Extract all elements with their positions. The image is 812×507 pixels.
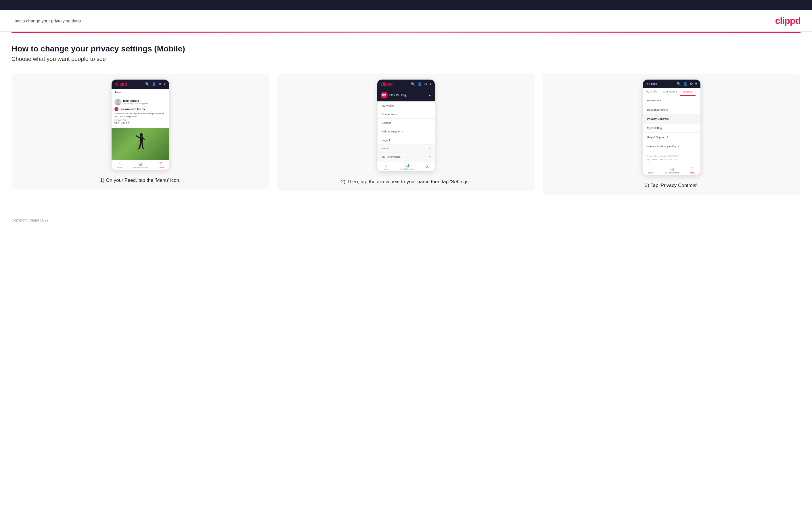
settings-item-golf-bag[interactable]: My Golf Bag › [643,123,701,133]
step-1-phone: clippd 🔍 👤 ⚙ ▾ Feed [111,79,169,170]
home-chevron-down: ▾ [429,147,431,150]
step1-app-icons: 🔍 👤 ⚙ ▾ [145,82,166,86]
user-icon-3: 👤 [683,82,688,86]
step2-app-bar: clippd 🔍 👤 ⚙ ▾ [377,79,435,89]
feed-tab: Feed [111,89,169,96]
close-icon: ✕ [426,165,429,169]
menu-performance-label: My Performance [382,155,401,158]
svg-line-6 [140,142,141,148]
menu-section-performance[interactable]: My Performance ▾ [377,153,435,161]
nav-home-2: ⌂ Home [383,163,389,170]
settings-item-data[interactable]: Data Integrations › [643,105,701,114]
menu-logout-label: Logout [382,138,390,142]
version-line2: SQL Server Version: 2022.7.30-1 [647,158,697,161]
nav-home-label: Home [117,167,122,169]
menu-overlay: My Profile Connections Settings Help & S… [377,101,435,161]
back-arrow: < [646,82,648,85]
menu-help-label: Help & Support ↗ [382,130,403,133]
steps-container: clippd 🔍 👤 ⚙ ▾ Feed [11,74,801,195]
nav-menu-label: Menu [159,167,164,169]
header-title: How to change your privacy settings [11,18,81,23]
performance-icon-3: 📊 [670,167,674,171]
tab-my-profile[interactable]: My Profile [643,88,660,96]
menu-icon-3: ☰ [691,167,694,171]
user-icon-2: 👤 [417,82,422,86]
step-3-phone: < < Back 🔍 👤 ⚙ ▾ My Profile Connections … [643,79,701,175]
svg-line-5 [143,138,144,139]
menu-user-left: BM Blair McHarg [381,92,406,99]
menu-username: Blair McHarg [389,94,406,97]
settings-tabs: My Profile Connections Settings [643,88,701,96]
settings-item-account[interactable]: My Account › [643,96,701,105]
chevron-icon-3: ▾ [695,82,697,86]
menu-user-row: BM Blair McHarg ▲ [377,89,435,101]
menu-icon: ☰ [159,162,163,166]
back-label: < Back [649,82,657,85]
home-icon-2: ⌂ [385,163,387,167]
menu-item-connections[interactable]: Connections [377,110,435,119]
duration-label: Duration [114,119,166,121]
page-subtitle: Choose what you want people to see [11,56,801,62]
nav-home-3: ⌂ Home [648,167,654,174]
menu-item-logout[interactable]: Logout [377,136,435,145]
tab-connections[interactable]: Connections [660,88,680,96]
nav-home-2-label: Home [383,168,389,170]
performance-icon-2: 📊 [405,163,409,167]
step2-app-icons: 🔍 👤 ⚙ ▾ [411,82,431,86]
nav-performance: 📊 My Performance [133,162,148,169]
search-icon-3: 🔍 [676,82,681,86]
svg-line-7 [142,142,143,148]
lesson-title-text: Lesson with Fordy [119,108,145,111]
menu-item-settings[interactable]: Settings [377,119,435,127]
settings-item-help[interactable]: Help & Support ↗ [643,133,701,142]
lesson-icon: 📹 [114,107,118,111]
copyright-text: Copyright Clippd 2022 [11,218,49,222]
avatar [114,99,121,105]
step-2-caption: 2) Then, tap the arrow next to your name… [341,178,471,185]
svg-point-1 [116,103,120,105]
menu-item-help[interactable]: Help & Support ↗ [377,127,435,136]
menu-settings-label: Settings [382,121,391,124]
nav-home: ⌂ Home [117,162,122,169]
nav-performance-3: 📊 My Performance [664,167,679,174]
menu-item-profile[interactable]: My Profile [377,101,435,110]
chevron-icon: ▾ [164,82,166,86]
settings-icon: ⚙ [158,82,162,86]
search-icon: 🔍 [145,82,150,86]
menu-connections-label: Connections [382,113,397,116]
svg-line-4 [136,136,140,138]
home-icon: ⌂ [118,162,121,166]
nav-performance-2-label: My Performance [400,168,414,170]
menu-section-home[interactable]: Home ▾ [377,145,435,153]
privacy-label: Privacy Controls [647,117,669,120]
step3-app-bar: < < Back 🔍 👤 ⚙ ▾ [643,79,701,88]
golfer-silhouette [134,131,147,156]
settings-icon-3: ⚙ [690,82,693,86]
golf-image [111,128,169,160]
settings-list: My Account › Data Integrations › Privacy… [643,96,701,151]
tab-settings[interactable]: Settings [680,88,696,96]
nav-performance-2: 📊 My Performance [400,163,414,170]
duration-value: 01 hr : 30 min [114,121,166,124]
golf-bag-chevron: › [696,126,697,129]
home-icon-3: ⌂ [650,167,652,171]
step2-logo: clippd [381,82,393,87]
step-2-card: clippd 🔍 👤 ⚙ ▾ BM Blair McHarg ▲ [277,74,535,191]
feed-post: Blair McHarg Yesterday · Sunningdale 📹 L… [111,96,169,128]
back-button[interactable]: < < Back [646,82,657,85]
logo: clippd [775,15,801,26]
settings-icon-2: ⚙ [424,82,427,86]
nav-performance-3-label: My Performance [664,172,679,174]
settings-item-service[interactable]: Service & Privacy Policy ↗ [643,142,701,151]
svg-point-0 [117,100,119,102]
settings-item-privacy[interactable]: Privacy Controls › [643,114,701,123]
menu-chevron-up: ▲ [428,94,431,97]
version-line1: Clippd Client Version: 2022.8.3-3 [647,155,697,158]
data-label: Data Integrations [647,108,668,111]
menu-avatar: BM [381,92,388,99]
svg-line-9 [143,148,144,149]
top-bar [0,0,812,10]
post-user-info: Blair McHarg Yesterday · Sunningdale [123,99,148,105]
step-3-card: < < Back 🔍 👤 ⚙ ▾ My Profile Connections … [543,74,801,195]
post-user-name: Blair McHarg [123,99,148,102]
